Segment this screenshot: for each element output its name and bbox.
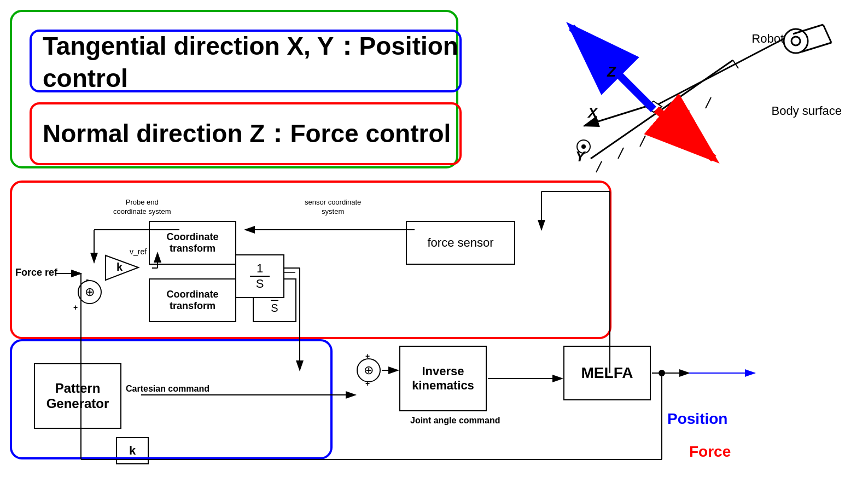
sensor-coord-label: sensor coordinate system: [305, 198, 361, 217]
body-surface-label: Body surface: [772, 104, 842, 118]
integrator-visual: 1 S: [235, 254, 284, 298]
force-control-text: Normal direction Z：Force control: [43, 117, 451, 151]
position-control-text: Tangential direction X, Y：Position contr…: [43, 30, 459, 93]
melfa-block: MELFA: [563, 346, 651, 400]
force-sensor-block: force sensor: [406, 221, 515, 265]
pattern-gen-block: PatternGenerator: [34, 363, 121, 429]
svg-point-45: [659, 370, 665, 376]
svg-text:Z: Z: [607, 63, 616, 80]
blue-pattern-gen-box: PatternGenerator: [10, 339, 333, 459]
svg-line-6: [618, 148, 624, 159]
inverse-kinematics-block: Inversekinematics: [399, 346, 487, 411]
green-outer-box: Tangential direction X, Y：Position contr…: [10, 10, 458, 168]
svg-point-20: [577, 140, 590, 153]
svg-text:Y: Y: [575, 148, 586, 165]
sum-junction-main: ⊕: [78, 280, 102, 304]
force-output-label: Force: [689, 443, 731, 461]
joint-angle-label: Joint angle command: [410, 415, 500, 427]
svg-line-4: [591, 60, 733, 159]
svg-point-21: [581, 144, 586, 149]
svg-line-23: [656, 109, 714, 159]
red-force-control-box: Normal direction Z：Force control: [30, 102, 462, 165]
blue-position-control-box: Tangential direction X, Y：Position contr…: [30, 30, 462, 92]
svg-text:X: X: [587, 104, 598, 121]
force-ref-label: Force ref: [15, 267, 57, 278]
red-control-diagram-box: Probe end coordinate system sensor coord…: [10, 181, 611, 339]
probe-coord-label: Probe end coordinate system: [113, 198, 171, 217]
minus-sign-1: -: [86, 275, 89, 284]
svg-line-9: [684, 110, 689, 121]
plus-sign-bottom-top: +: [365, 352, 370, 360]
k-amplifier-svg: k: [103, 253, 141, 283]
svg-line-18: [823, 25, 831, 43]
svg-line-11: [733, 60, 738, 68]
svg-line-8: [662, 123, 667, 134]
svg-line-22: [572, 27, 654, 109]
plus-sign-bottom-bottom: +: [365, 379, 370, 388]
robot-arm-label: Robot arm: [752, 32, 808, 46]
coord-transform-top-block: Coordinatetransform: [149, 221, 236, 265]
svg-text:k: k: [116, 261, 123, 273]
svg-line-5: [596, 161, 602, 172]
svg-line-10: [706, 97, 711, 108]
plus-sign-1: +: [73, 303, 78, 312]
svg-marker-19: [645, 101, 662, 112]
cartesian-command-label: Cartesian command: [126, 383, 209, 395]
svg-line-7: [640, 136, 645, 147]
main-container: Tangential direction X, Y：Position contr…: [0, 0, 868, 489]
svg-line-24: [584, 107, 645, 126]
position-output-label: Position: [667, 410, 727, 428]
k-amplifier-visual: k: [103, 253, 141, 285]
coord-transform-bottom-block: Coordinatetransform: [149, 278, 236, 322]
